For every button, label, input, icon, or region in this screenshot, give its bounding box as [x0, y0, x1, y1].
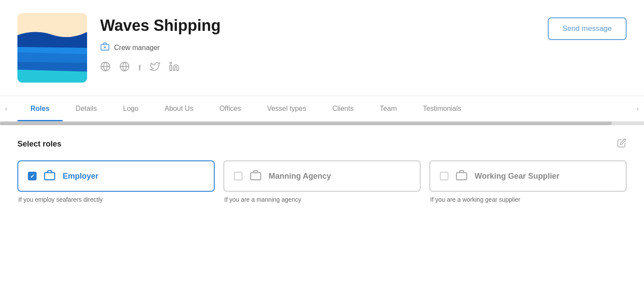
tab-logo[interactable]: Logo: [110, 96, 152, 121]
tab-clients[interactable]: Clients: [319, 96, 367, 121]
manning-agency-card-box[interactable]: Manning Agency: [223, 160, 421, 192]
tab-testimonials[interactable]: Testimonials: [410, 96, 474, 121]
send-message-button[interactable]: Send message: [548, 17, 627, 40]
company-role-row: Crew manager: [100, 42, 627, 53]
tabs-scroll-left[interactable]: ‹: [3, 103, 9, 114]
svg-rect-10: [170, 65, 172, 70]
tabs-section: ‹ Roles Details Logo About Us Offices Ve…: [0, 96, 644, 122]
svg-rect-13: [250, 173, 260, 180]
horizontal-scrollbar-track[interactable]: [0, 122, 644, 125]
roles-title: Select roles: [17, 140, 61, 149]
working-gear-supplier-card-box[interactable]: Working Gear Supplier: [429, 160, 627, 192]
edit-icon[interactable]: [617, 138, 627, 150]
working-gear-supplier-briefcase-icon: [455, 169, 468, 183]
tabs-scroll-right[interactable]: ›: [635, 103, 641, 114]
manning-agency-label: Manning Agency: [269, 172, 331, 181]
employer-role-card: Employer If you employ seafarers directl…: [17, 160, 215, 203]
working-gear-supplier-label: Working Gear Supplier: [475, 172, 560, 181]
manning-agency-description: If you are a manning agency: [223, 196, 421, 203]
tab-details[interactable]: Details: [63, 96, 110, 121]
profile-section: Waves Shipping Crew manager: [0, 0, 644, 96]
working-gear-supplier-checkbox[interactable]: [440, 172, 448, 180]
manning-agency-role-card: Manning Agency If you are a manning agen…: [223, 160, 421, 203]
facebook-icon[interactable]: f: [138, 63, 141, 73]
globe-icon-1[interactable]: [100, 61, 111, 74]
working-gear-supplier-description: If you are a working gear supplier: [429, 196, 627, 203]
company-logo: [17, 13, 87, 83]
working-gear-supplier-role-card: Working Gear Supplier If you are a worki…: [429, 160, 627, 203]
tab-team[interactable]: Team: [367, 96, 410, 121]
manning-agency-checkbox[interactable]: [234, 172, 243, 180]
roles-header: Select roles: [17, 138, 627, 150]
employer-label: Employer: [63, 172, 98, 181]
svg-point-11: [170, 62, 172, 64]
linkedin-icon[interactable]: [169, 61, 179, 74]
tab-about-us[interactable]: About Us: [152, 96, 206, 121]
manning-agency-briefcase-icon: [250, 169, 262, 183]
employer-checkbox[interactable]: [28, 172, 37, 180]
globe-icon-2[interactable]: [119, 61, 130, 74]
roles-section: Select roles Employer If you employ se: [0, 125, 644, 216]
svg-rect-12: [44, 173, 54, 180]
role-cards: Employer If you employ seafarers directl…: [17, 160, 627, 203]
employer-briefcase-icon: [44, 169, 56, 183]
employer-card-box[interactable]: Employer: [17, 160, 215, 192]
tabs-container: Roles Details Logo About Us Offices Vess…: [17, 96, 627, 121]
briefcase-role-icon: [100, 42, 110, 53]
horizontal-scrollbar-thumb[interactable]: [0, 122, 612, 125]
crew-manager-label: Crew manager: [114, 44, 160, 52]
social-links: f: [100, 61, 627, 74]
svg-rect-14: [456, 173, 466, 180]
employer-description: If you employ seafarers directly: [17, 196, 215, 203]
tab-vessel-types[interactable]: Vessel types: [254, 96, 319, 121]
twitter-icon[interactable]: [150, 61, 160, 74]
tab-offices[interactable]: Offices: [206, 96, 254, 121]
tab-roles[interactable]: Roles: [17, 96, 63, 121]
